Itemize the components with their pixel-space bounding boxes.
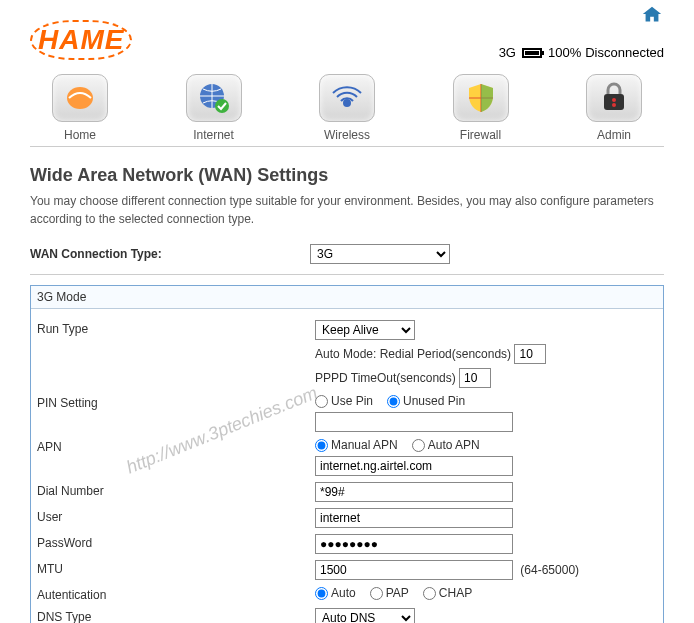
internet-nav-icon bbox=[186, 74, 242, 122]
pppd-input[interactable] bbox=[459, 368, 491, 388]
password-input[interactable] bbox=[315, 534, 513, 554]
run-type-label: Run Type bbox=[37, 320, 315, 336]
auth-label: Autentication bbox=[37, 586, 315, 602]
nav-admin-label: Admin bbox=[597, 128, 631, 142]
admin-nav-icon bbox=[586, 74, 642, 122]
apn-auto-radio[interactable]: Auto APN bbox=[412, 438, 480, 452]
password-label: PassWord bbox=[37, 534, 315, 550]
pin-label: PIN Setting bbox=[37, 394, 315, 410]
status-mode: 3G bbox=[499, 45, 516, 60]
pin-input[interactable] bbox=[315, 412, 513, 432]
status-percent: 100% bbox=[548, 45, 581, 60]
run-type-select[interactable]: Keep Alive bbox=[315, 320, 415, 340]
panel-head: 3G Mode bbox=[31, 286, 663, 309]
apn-label: APN bbox=[37, 438, 315, 454]
auth-pap-radio[interactable]: PAP bbox=[370, 586, 409, 600]
status-state: Disconnected bbox=[585, 45, 664, 60]
nav-home-label: Home bbox=[64, 128, 96, 142]
mtu-input[interactable] bbox=[315, 560, 513, 580]
svg-point-2 bbox=[215, 99, 229, 113]
mtu-label: MTU bbox=[37, 560, 315, 576]
wan-type-select[interactable]: 3G bbox=[310, 244, 450, 264]
svg-point-6 bbox=[612, 103, 616, 107]
apn-manual-radio[interactable]: Manual APN bbox=[315, 438, 398, 452]
dns-type-label: DNS Type bbox=[37, 608, 315, 623]
pin-unused-radio[interactable]: Unused Pin bbox=[387, 394, 465, 408]
dial-label: Dial Number bbox=[37, 482, 315, 498]
wan-type-label: WAN Connection Type: bbox=[30, 247, 310, 261]
battery-icon bbox=[522, 48, 542, 58]
nav-internet-label: Internet bbox=[193, 128, 234, 142]
nav-internet[interactable]: Internet bbox=[164, 74, 264, 142]
page-title: Wide Area Network (WAN) Settings bbox=[30, 165, 664, 186]
page-desc: You may choose different connection type… bbox=[30, 192, 664, 228]
nav-home[interactable]: Home bbox=[30, 74, 130, 142]
mtu-range: (64-65000) bbox=[516, 563, 579, 577]
svg-point-0 bbox=[67, 87, 93, 109]
auth-chap-radio[interactable]: CHAP bbox=[423, 586, 472, 600]
wireless-nav-icon bbox=[319, 74, 375, 122]
nav-admin[interactable]: Admin bbox=[564, 74, 664, 142]
dial-input[interactable] bbox=[315, 482, 513, 502]
firewall-nav-icon bbox=[453, 74, 509, 122]
redial-label: Auto Mode: Redial Period(senconds) bbox=[315, 347, 511, 361]
svg-point-5 bbox=[612, 98, 616, 102]
logo: HAME bbox=[30, 20, 132, 60]
dns-type-select[interactable]: Auto DNS bbox=[315, 608, 415, 623]
navbar: Home Internet Wireless Firewall Admin bbox=[30, 74, 664, 147]
pin-use-radio[interactable]: Use Pin bbox=[315, 394, 373, 408]
home-nav-icon bbox=[52, 74, 108, 122]
nav-firewall[interactable]: Firewall bbox=[431, 74, 531, 142]
nav-firewall-label: Firewall bbox=[460, 128, 501, 142]
apn-input[interactable] bbox=[315, 456, 513, 476]
nav-wireless-label: Wireless bbox=[324, 128, 370, 142]
home-icon[interactable] bbox=[640, 4, 664, 26]
pppd-label: PPPD TimeOut(senconds) bbox=[315, 371, 456, 385]
user-label: User bbox=[37, 508, 315, 524]
user-input[interactable] bbox=[315, 508, 513, 528]
svg-point-3 bbox=[343, 99, 351, 107]
connection-status: 3G 100% Disconnected bbox=[499, 45, 664, 60]
auth-auto-radio[interactable]: Auto bbox=[315, 586, 356, 600]
nav-wireless[interactable]: Wireless bbox=[297, 74, 397, 142]
redial-input[interactable] bbox=[514, 344, 546, 364]
